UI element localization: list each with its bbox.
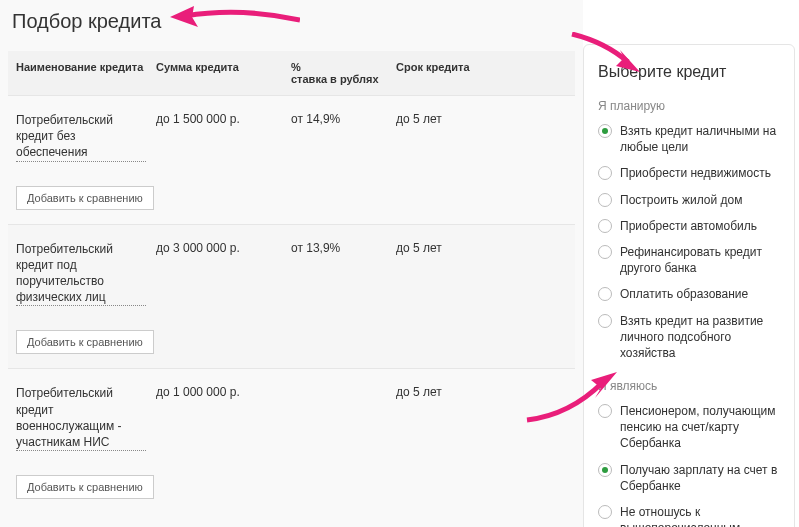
column-header-amount: Сумма кредита (156, 61, 291, 85)
radio-icon (598, 124, 612, 138)
compare-button[interactable]: Добавить к сравнению (16, 475, 154, 499)
radio-plan-cash[interactable]: Взять кредит наличными на любые цели (598, 123, 780, 155)
radio-label: Построить жилой дом (620, 192, 742, 208)
compare-button[interactable]: Добавить к сравнению (16, 186, 154, 210)
radio-status-salary[interactable]: Получаю зарплату на счет в Сбербанке (598, 462, 780, 494)
page-title: Подбор кредита (8, 10, 575, 33)
column-header-name: Наименование кредита (16, 61, 156, 85)
radio-icon (598, 505, 612, 519)
table-row: Потребительский кредит под поручительств… (8, 224, 575, 321)
status-radio-group: Пенсионером, получающим пенсию на счет/к… (598, 403, 780, 527)
radio-icon (598, 404, 612, 418)
radio-label: Пенсионером, получающим пенсию на счет/к… (620, 403, 780, 452)
plan-radio-group: Взять кредит наличными на любые цели При… (598, 123, 780, 361)
column-header-rate: % ставка в рублях (291, 61, 396, 85)
loan-rate (291, 385, 396, 455)
table-row: Потребительский кредит военнослужащим - … (8, 368, 575, 465)
radio-label: Оплатить образование (620, 286, 748, 302)
loan-rate: от 13,9% (291, 241, 396, 311)
radio-icon (598, 287, 612, 301)
radio-icon (598, 314, 612, 328)
loan-amount: до 1 000 000 р. (156, 385, 291, 455)
loan-amount: до 1 500 000 р. (156, 112, 291, 166)
loan-term: до 5 лет (396, 241, 481, 311)
column-header-term: Срок кредита (396, 61, 481, 85)
table-header: Наименование кредита Сумма кредита % ста… (8, 51, 575, 95)
radio-icon (598, 463, 612, 477)
plan-section-label: Я планирую (598, 99, 780, 113)
radio-icon (598, 245, 612, 259)
radio-plan-car[interactable]: Приобрести автомобиль (598, 218, 780, 234)
radio-plan-house[interactable]: Построить жилой дом (598, 192, 780, 208)
compare-button[interactable]: Добавить к сравнению (16, 330, 154, 354)
status-section-label: Я являюсь (598, 379, 780, 393)
radio-label: Получаю зарплату на счет в Сбербанке (620, 462, 780, 494)
radio-plan-refinance[interactable]: Рефинансировать кредит другого банка (598, 244, 780, 276)
side-panel: Выберите кредит Я планирую Взять кредит … (583, 44, 795, 527)
radio-icon (598, 219, 612, 233)
radio-plan-realestate[interactable]: Приобрести недвижимость (598, 165, 780, 181)
radio-plan-farm[interactable]: Взять кредит на развитие личного подсобн… (598, 313, 780, 362)
radio-icon (598, 166, 612, 180)
loan-name-link[interactable]: Потребительский кредит под поручительств… (16, 241, 146, 307)
loan-amount: до 3 000 000 р. (156, 241, 291, 311)
loan-name-link[interactable]: Потребительский кредит военнослужащим - … (16, 385, 146, 451)
table-row: Потребительский кредит без обеспечения д… (8, 95, 575, 176)
side-panel-title: Выберите кредит (598, 63, 780, 81)
radio-status-none[interactable]: Не отношусь к вышеперечисленным (598, 504, 780, 527)
radio-label: Не отношусь к вышеперечисленным (620, 504, 780, 527)
radio-label: Приобрести недвижимость (620, 165, 771, 181)
radio-label: Взять кредит на развитие личного подсобн… (620, 313, 780, 362)
radio-icon (598, 193, 612, 207)
radio-label: Рефинансировать кредит другого банка (620, 244, 780, 276)
radio-label: Приобрести автомобиль (620, 218, 757, 234)
radio-plan-education[interactable]: Оплатить образование (598, 286, 780, 302)
loan-term: до 5 лет (396, 112, 481, 166)
loan-rate: от 14,9% (291, 112, 396, 166)
loan-name-link[interactable]: Потребительский кредит без обеспечения (16, 112, 146, 162)
main-panel: Подбор кредита Наименование кредита Сумм… (0, 0, 583, 527)
loan-term: до 5 лет (396, 385, 481, 455)
radio-label: Взять кредит наличными на любые цели (620, 123, 780, 155)
radio-status-pensioner[interactable]: Пенсионером, получающим пенсию на счет/к… (598, 403, 780, 452)
